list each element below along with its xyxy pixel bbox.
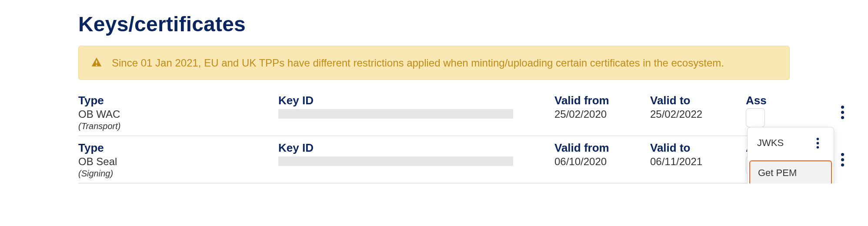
col-keyid-header: Key ID (278, 94, 554, 107)
row-actions-kebab[interactable] (836, 103, 849, 121)
menu-item-jwks[interactable]: JWKS (748, 127, 834, 159)
cert-type: OB WAC (78, 108, 278, 120)
col-type-header: Type (78, 141, 278, 155)
menu-item-get-pem[interactable]: Get PEM (750, 161, 831, 183)
warning-icon (91, 56, 102, 68)
certificate-row: Type OB Seal (Signing) Key ID Valid from… (78, 136, 790, 183)
kebab-icon (812, 136, 823, 150)
cert-subtype: (Transport) (78, 121, 278, 131)
valid-from: 06/10/2020 (554, 156, 650, 168)
col-validto-header: Valid to (650, 94, 746, 107)
page-title: Keys/certificates (78, 12, 790, 36)
cert-type: OB Seal (78, 156, 278, 168)
col-validfrom-header: Valid from (554, 94, 650, 107)
warning-text: Since 01 Jan 2021, EU and UK TPPs have d… (112, 55, 724, 71)
valid-to: 25/02/2022 (650, 108, 746, 120)
valid-from: 25/02/2020 (554, 108, 650, 120)
col-validto-header: Valid to (650, 141, 746, 155)
col-associated-header: Ass (746, 94, 831, 107)
menu-item-label: JWKS (757, 137, 784, 149)
col-keyid-header: Key ID (278, 141, 554, 155)
col-type-header: Type (78, 94, 278, 107)
key-id-redacted (278, 109, 513, 119)
menu-item-label: Get PEM (758, 167, 797, 179)
key-id-redacted (278, 156, 513, 166)
warning-alert: Since 01 Jan 2021, EU and UK TPPs have d… (78, 46, 790, 80)
certificate-list: Type OB WAC (Transport) Key ID Valid fro… (78, 89, 790, 183)
actions-menu: JWKS Get PEM (747, 127, 834, 183)
row-actions-kebab[interactable] (836, 151, 849, 168)
certificate-row: Type OB WAC (Transport) Key ID Valid fro… (78, 89, 790, 136)
col-validfrom-header: Valid from (554, 141, 650, 155)
associated-checkbox[interactable] (746, 108, 765, 127)
cert-subtype: (Signing) (78, 169, 278, 179)
valid-to: 06/11/2021 (650, 156, 746, 168)
